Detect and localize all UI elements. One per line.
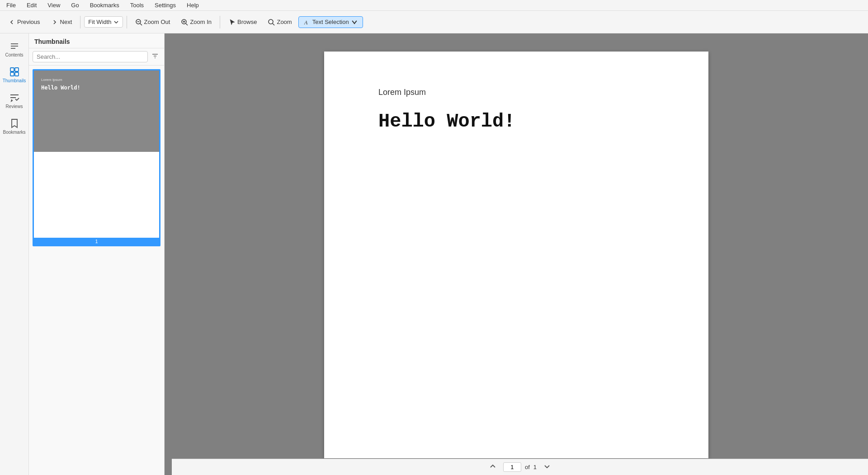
zoom-view-button[interactable]: Zoom <box>263 17 296 28</box>
thumbnails-search-input[interactable] <box>33 51 148 62</box>
contents-label: Contents <box>5 52 23 57</box>
menu-edit[interactable]: Edit <box>24 1 39 9</box>
menu-view[interactable]: View <box>45 1 63 9</box>
svg-rect-13 <box>10 68 14 71</box>
thumbnails-filter-button[interactable] <box>150 52 160 62</box>
sidebar-item-reviews[interactable]: Reviews <box>2 89 27 113</box>
svg-rect-16 <box>15 72 19 76</box>
menu-settings[interactable]: Settings <box>152 1 179 9</box>
document-subtitle: Lorem Ipsum <box>378 88 654 97</box>
magnify-icon <box>268 19 275 26</box>
reviews-icon <box>9 92 20 103</box>
svg-point-7 <box>269 19 273 24</box>
thumbnails-list: Lorem Ipsum Hello World! 1 <box>29 66 164 475</box>
contents-icon <box>9 41 20 52</box>
main-layout: Contents Thumbnails Reviews Bookmarks <box>0 33 868 475</box>
text-selection-button[interactable]: A Text Selection <box>298 16 363 28</box>
dropdown-arrow-icon <box>113 19 119 25</box>
sidebar-item-thumbnails[interactable]: Thumbnails <box>2 63 27 87</box>
menu-file[interactable]: File <box>4 1 19 9</box>
zoom-out-icon <box>135 19 142 26</box>
thumbnail-page-label: 1 <box>34 238 159 245</box>
toolbar: Previous Next Fit Width Zoom Out Zoom In… <box>0 11 868 33</box>
sidebar-item-bookmarks[interactable]: Bookmarks <box>2 114 27 138</box>
thumbnail-subtitle: Lorem Ipsum <box>41 78 62 82</box>
browse-button[interactable]: Browse <box>224 17 261 28</box>
svg-line-1 <box>140 24 142 25</box>
svg-line-4 <box>186 24 188 25</box>
cursor-icon <box>228 19 236 26</box>
chevron-up-icon <box>490 463 496 470</box>
dropdown-arrow-icon-2 <box>351 19 358 26</box>
menu-help[interactable]: Help <box>184 1 202 9</box>
filter-icon <box>151 52 159 60</box>
thumbnail-preview-area: Lorem Ipsum Hello World! <box>34 71 159 152</box>
bottom-pagination-bar: of 1 <box>172 459 868 475</box>
document-page: Lorem Ipsum Hello World! <box>324 52 708 458</box>
bookmarks-label: Bookmarks <box>3 130 26 135</box>
zoom-in-icon <box>181 19 188 26</box>
thumbnail-white-area <box>34 152 159 238</box>
reviews-label: Reviews <box>6 104 23 109</box>
current-page-input[interactable] <box>503 462 521 472</box>
toolbar-divider-2 <box>127 16 127 28</box>
previous-button[interactable]: Previous <box>4 17 45 28</box>
sidebar-icons: Contents Thumbnails Reviews Bookmarks <box>0 33 29 475</box>
menu-tools[interactable]: Tools <box>127 1 146 9</box>
toolbar-divider-1 <box>80 16 80 28</box>
next-button[interactable]: Next <box>47 17 77 28</box>
thumbnail-page-1[interactable]: Lorem Ipsum Hello World! 1 <box>33 69 160 246</box>
thumbnail-heading: Hello World! <box>41 85 80 91</box>
chevron-left-icon <box>8 19 15 26</box>
thumbnails-icon <box>9 66 20 77</box>
svg-rect-14 <box>15 68 19 71</box>
fit-width-select[interactable]: Fit Width <box>84 16 123 28</box>
text-select-icon: A <box>303 19 311 26</box>
zoom-out-button[interactable]: Zoom Out <box>131 17 175 28</box>
page-up-button[interactable] <box>486 461 500 473</box>
bookmarks-icon <box>9 118 20 129</box>
thumbnails-label: Thumbnails <box>3 78 26 83</box>
toolbar-divider-3 <box>220 16 220 28</box>
sidebar-item-contents[interactable]: Contents <box>2 37 27 61</box>
page-of-label: of <box>525 464 530 470</box>
thumbnails-title: Thumbnails <box>29 33 164 48</box>
chevron-right-icon <box>51 19 58 26</box>
document-area[interactable]: Lorem Ipsum Hello World! <box>165 33 868 475</box>
svg-text:A: A <box>304 19 308 26</box>
page-down-button[interactable] <box>540 461 554 473</box>
menu-go[interactable]: Go <box>68 1 81 9</box>
zoom-in-button[interactable]: Zoom In <box>176 17 216 28</box>
menu-bar: File Edit View Go Bookmarks Tools Settin… <box>0 0 868 11</box>
svg-rect-15 <box>10 72 14 76</box>
document-heading: Hello World! <box>378 111 654 132</box>
thumbnails-search-bar <box>29 48 164 66</box>
chevron-down-icon <box>544 463 550 470</box>
svg-line-8 <box>273 24 274 25</box>
total-pages-label: 1 <box>533 464 537 470</box>
menu-bookmarks[interactable]: Bookmarks <box>87 1 122 9</box>
thumbnails-panel: Thumbnails Lorem Ipsum Hello World! 1 <box>29 33 165 475</box>
